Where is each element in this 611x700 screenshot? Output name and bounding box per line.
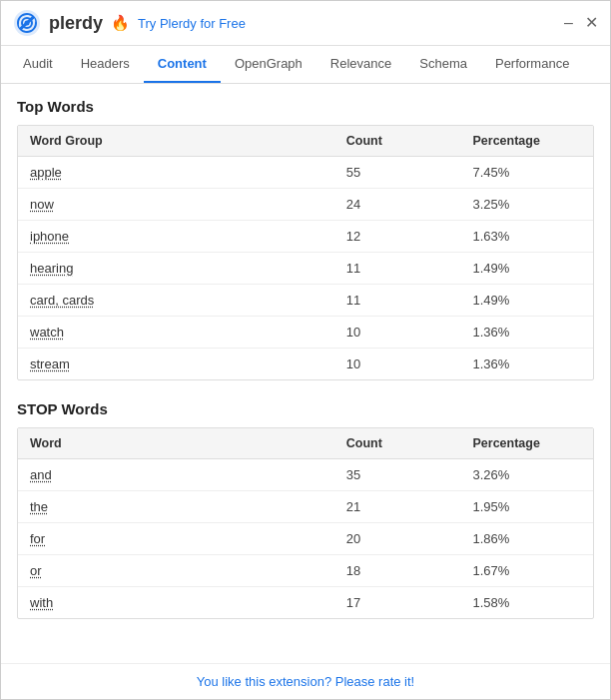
word-cell: with	[18, 587, 334, 619]
count-cell: 35	[334, 459, 461, 491]
stop-words-col-pct: Percentage	[461, 428, 593, 459]
tab-content[interactable]: Content	[144, 46, 221, 83]
table-row: apple 55 7.45%	[18, 157, 593, 189]
word-cell: iphone	[18, 221, 334, 253]
count-cell: 55	[334, 157, 461, 189]
footer: You like this extension? Please rate it!	[1, 663, 610, 699]
pct-cell: 7.45%	[461, 157, 593, 189]
stop-words-table-scroll[interactable]: Word Count Percentage and 35 3.26% the 2…	[18, 428, 593, 618]
stop-words-body: and 35 3.26% the 21 1.95% for 20 1.86% o…	[18, 459, 593, 619]
pct-cell: 1.86%	[461, 523, 593, 555]
count-cell: 11	[334, 285, 461, 317]
stop-words-header-row: Word Count Percentage	[18, 428, 593, 459]
word-cell: and	[18, 459, 334, 491]
logo-text: plerdy	[49, 13, 103, 34]
stop-words-table: Word Count Percentage and 35 3.26% the 2…	[18, 428, 593, 618]
top-words-col-pct: Percentage	[461, 126, 593, 157]
top-words-title: Top Words	[17, 98, 594, 115]
pct-cell: 1.36%	[461, 349, 593, 380]
top-words-table-scroll[interactable]: Word Group Count Percentage apple 55 7.4…	[18, 126, 593, 379]
top-words-table-container: Word Group Count Percentage apple 55 7.4…	[17, 125, 594, 380]
stop-words-col-count: Count	[334, 428, 461, 459]
table-row: hearing 11 1.49%	[18, 253, 593, 285]
word-cell: for	[18, 523, 334, 555]
tab-audit[interactable]: Audit	[9, 46, 67, 83]
pct-cell: 1.95%	[461, 491, 593, 523]
count-cell: 18	[334, 555, 461, 587]
title-bar-controls: – ✕	[564, 15, 598, 31]
top-words-table: Word Group Count Percentage apple 55 7.4…	[18, 126, 593, 379]
stop-words-section: STOP Words Word Count Percentage and 35 …	[17, 400, 594, 619]
word-cell: the	[18, 491, 334, 523]
table-row: watch 10 1.36%	[18, 317, 593, 349]
word-cell: or	[18, 555, 334, 587]
pct-cell: 1.49%	[461, 253, 593, 285]
pct-cell: 1.49%	[461, 285, 593, 317]
tab-opengraph[interactable]: OpenGraph	[221, 46, 316, 83]
top-words-header-row: Word Group Count Percentage	[18, 126, 593, 157]
close-button[interactable]: ✕	[585, 15, 598, 31]
table-row: now 24 3.25%	[18, 189, 593, 221]
footer-rate-link[interactable]: You like this extension? Please rate it!	[197, 674, 415, 689]
count-cell: 24	[334, 189, 461, 221]
table-row: for 20 1.86%	[18, 523, 593, 555]
pct-cell: 1.67%	[461, 555, 593, 587]
count-cell: 12	[334, 221, 461, 253]
tab-headers[interactable]: Headers	[67, 46, 144, 83]
pct-cell: 1.58%	[461, 587, 593, 619]
tab-schema[interactable]: Schema	[405, 46, 481, 83]
plerdy-logo-icon	[13, 9, 41, 37]
stop-words-col-word: Word	[18, 428, 334, 459]
top-words-col-word: Word Group	[18, 126, 334, 157]
table-row: iphone 12 1.63%	[18, 221, 593, 253]
pct-cell: 3.26%	[461, 459, 593, 491]
title-bar-left: plerdy 🔥 Try Plerdy for Free	[13, 9, 246, 37]
count-cell: 17	[334, 587, 461, 619]
table-row: stream 10 1.36%	[18, 349, 593, 380]
svg-point-2	[25, 21, 30, 26]
count-cell: 11	[334, 253, 461, 285]
table-row: with 17 1.58%	[18, 587, 593, 619]
pct-cell: 1.63%	[461, 221, 593, 253]
table-row: and 35 3.26%	[18, 459, 593, 491]
count-cell: 20	[334, 523, 461, 555]
tab-relevance[interactable]: Relevance	[316, 46, 405, 83]
stop-words-title: STOP Words	[17, 400, 594, 417]
count-cell: 10	[334, 317, 461, 349]
count-cell: 21	[334, 491, 461, 523]
word-cell: apple	[18, 157, 334, 189]
pct-cell: 1.36%	[461, 317, 593, 349]
main-content: Top Words Word Group Count Percentage ap…	[1, 84, 610, 663]
try-free-link[interactable]: Try Plerdy for Free	[138, 16, 246, 31]
table-row: or 18 1.67%	[18, 555, 593, 587]
top-words-body: apple 55 7.45% now 24 3.25% iphone 12 1.…	[18, 157, 593, 380]
nav-tabs: Audit Headers Content OpenGraph Relevanc…	[1, 46, 610, 84]
top-words-col-count: Count	[334, 126, 461, 157]
fire-icon: 🔥	[111, 14, 130, 32]
table-row: card, cards 11 1.49%	[18, 285, 593, 317]
tab-performance[interactable]: Performance	[481, 46, 583, 83]
title-bar: plerdy 🔥 Try Plerdy for Free – ✕	[1, 1, 610, 46]
word-cell: hearing	[18, 253, 334, 285]
top-words-section: Top Words Word Group Count Percentage ap…	[17, 98, 594, 380]
minimize-button[interactable]: –	[564, 15, 573, 31]
word-cell: watch	[18, 317, 334, 349]
count-cell: 10	[334, 349, 461, 380]
table-row: the 21 1.95%	[18, 491, 593, 523]
word-cell: now	[18, 189, 334, 221]
stop-words-table-container: Word Count Percentage and 35 3.26% the 2…	[17, 427, 594, 619]
word-cell: stream	[18, 349, 334, 380]
word-cell: card, cards	[18, 285, 334, 317]
pct-cell: 3.25%	[461, 189, 593, 221]
